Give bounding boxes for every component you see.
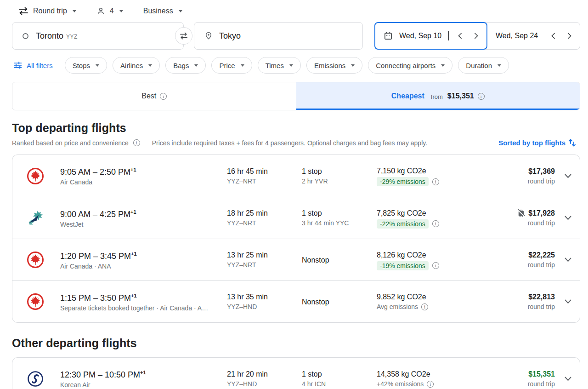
passengers-selector[interactable]: 4	[92, 5, 128, 17]
text-cursor	[448, 31, 449, 40]
filter-chip-price[interactable]: Price	[211, 57, 252, 74]
price-note: round trip	[488, 177, 555, 186]
info-icon[interactable]	[432, 220, 439, 227]
swap-locations-button[interactable]	[175, 27, 192, 45]
flight-times: 1:15 PM – 3:50 PM	[60, 293, 131, 303]
tab-best[interactable]: Best	[12, 82, 296, 110]
flight-row[interactable]: 1:20 PM – 3:45 PM+1 Air Canada · ANA 13 …	[12, 239, 580, 280]
flight-row[interactable]: 9:05 AM – 2:50 PM+1 Air Canada 16 hr 45 …	[12, 155, 580, 197]
all-filters-button[interactable]: All filters	[14, 61, 53, 69]
all-filters-label: All filters	[27, 62, 53, 69]
other-departing-flights-list: 12:30 PM – 10:50 PM+1 Korean Air 21 hr 2…	[12, 357, 580, 389]
price-note: round trip	[488, 379, 555, 389]
pricing-notice: Prices include required taxes + fees for…	[152, 139, 427, 147]
emissions-badge: -22% emissions	[377, 219, 429, 229]
other-departing-flights-title: Other departing flights	[12, 337, 576, 350]
chevron-down-icon	[441, 64, 445, 67]
flight-duration: 16 hr 45 min	[227, 166, 302, 177]
sort-arrows-icon	[568, 138, 576, 147]
airline-name: WestJet	[60, 220, 227, 229]
flight-times: 12:30 PM – 10:50 PM	[60, 370, 140, 379]
flight-stops: 1 stop	[302, 208, 377, 218]
info-icon[interactable]	[160, 93, 167, 100]
tune-icon	[14, 61, 22, 69]
flight-times: 9:00 AM – 4:25 PM	[60, 210, 130, 219]
chevron-down-icon	[351, 64, 355, 67]
chevron-down-icon	[289, 64, 293, 67]
round-trip-icon	[18, 7, 28, 15]
filter-chip-emissions[interactable]: Emissions	[306, 57, 362, 74]
trip-type-selector[interactable]: Round trip	[14, 5, 81, 17]
stop-detail: 3 hr 44 min YYC	[302, 218, 377, 228]
chevron-down-icon	[498, 64, 501, 67]
filter-chip-stops[interactable]: Stops	[65, 57, 107, 74]
departure-date-value: Wed, Sep 10	[399, 32, 441, 40]
ranked-subtitle: Ranked based on price and convenience	[12, 139, 129, 147]
chip-label: Emissions	[314, 62, 345, 69]
chip-label: Duration	[466, 62, 492, 69]
info-icon[interactable]	[427, 381, 434, 388]
cheapest-from-label: from	[431, 93, 443, 100]
trip-type-label: Round trip	[33, 7, 67, 15]
info-icon[interactable]	[432, 262, 439, 269]
expand-chevron-icon[interactable]	[565, 299, 571, 304]
return-date-next-button[interactable]	[566, 32, 572, 40]
expand-chevron-icon[interactable]	[565, 216, 571, 220]
flight-row[interactable]: 9:00 AM – 4:25 PM+1 WestJet 18 hr 25 min…	[12, 197, 580, 239]
flight-route: YYZ–NRT	[227, 218, 302, 228]
chevron-down-icon	[148, 64, 152, 67]
info-icon[interactable]	[421, 303, 428, 310]
no-carry-on-bag-icon[interactable]	[517, 209, 526, 217]
flight-stops: Nonstop	[302, 297, 377, 307]
filter-chip-bags[interactable]: Bags	[165, 57, 206, 74]
return-date-input[interactable]: Wed, Sep 24	[487, 23, 580, 49]
filter-chip-airlines[interactable]: Airlines	[113, 57, 160, 74]
emissions-badge: -19% emissions	[377, 261, 429, 270]
dates-group: Wed, Sep 10 Wed, Sep 24	[374, 22, 580, 50]
origin-input[interactable]: TorontoYYZ	[12, 22, 184, 50]
filter-chip-duration[interactable]: Duration	[458, 57, 509, 74]
return-date-prev-button[interactable]	[550, 32, 556, 40]
info-icon[interactable]	[478, 93, 485, 100]
price-note: round trip	[488, 260, 555, 270]
departure-date-next-button[interactable]	[473, 32, 479, 40]
search-row: TorontoYYZ Tokyo Wed, Sep 10	[12, 22, 580, 50]
top-departing-flights-list: 9:05 AM – 2:50 PM+1 Air Canada 16 hr 45 …	[12, 154, 580, 323]
expand-chevron-icon[interactable]	[565, 377, 571, 381]
air-canada-logo	[12, 167, 60, 185]
flight-route: YYZ–NRT	[227, 177, 302, 186]
filter-chip-connecting-airports[interactable]: Connecting airports	[368, 57, 452, 74]
info-icon[interactable]	[432, 178, 439, 185]
flight-row[interactable]: 12:30 PM – 10:50 PM+1 Korean Air 21 hr 2…	[12, 358, 580, 389]
departure-date-input[interactable]: Wed, Sep 10	[374, 22, 487, 50]
flight-duration: 21 hr 20 min	[227, 369, 302, 379]
origin-circle-icon	[23, 33, 28, 39]
person-icon	[96, 7, 105, 16]
co2-amount: 7,825 kg CO2e	[377, 208, 488, 218]
cheapest-tab-label: Cheapest	[391, 92, 424, 100]
chip-label: Bags	[173, 62, 189, 69]
cabin-class-selector[interactable]: Business	[139, 5, 187, 17]
flight-price: $22,225	[488, 250, 555, 260]
chip-label: Airlines	[120, 62, 143, 69]
top-departing-subheader: Ranked based on price and convenience Pr…	[12, 138, 576, 147]
info-icon[interactable]	[133, 139, 140, 146]
destination-input[interactable]: Tokyo	[194, 22, 363, 50]
filter-chip-times[interactable]: Times	[258, 57, 301, 74]
departure-date-prev-button[interactable]	[457, 32, 463, 40]
tab-cheapest[interactable]: Cheapest from $15,351	[296, 82, 580, 110]
flight-price: $15,351	[488, 369, 555, 379]
expand-chevron-icon[interactable]	[565, 174, 571, 178]
plus-days: +1	[131, 251, 137, 257]
trip-options-bar: Round trip 4 Business	[0, 0, 588, 18]
cheapest-tab-price: $15,351	[447, 92, 474, 100]
filters-row: All filters Stops Airlines Bags Price Ti…	[14, 57, 580, 74]
expand-chevron-icon[interactable]	[565, 257, 571, 262]
flight-row[interactable]: 1:15 PM – 3:50 PM+1 Separate tickets boo…	[12, 280, 580, 322]
emissions-note: Avg emissions	[377, 302, 418, 312]
chevron-down-icon	[73, 10, 76, 12]
stop-detail: 4 hr ICN	[302, 379, 377, 389]
flight-duration: 18 hr 25 min	[227, 208, 302, 218]
sort-by-button[interactable]: Sorted by top flights	[498, 138, 576, 147]
chevron-down-icon	[194, 64, 198, 67]
